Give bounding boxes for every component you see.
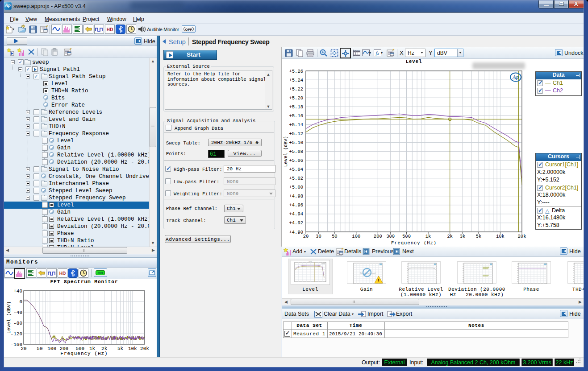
svg-text:Ap: Ap — [512, 74, 519, 80]
svg-text:+5.02: +5.02 — [289, 176, 303, 181]
svg-text:Frequency (Hz): Frequency (Hz) — [391, 240, 437, 246]
svg-text:10k: 10k — [128, 346, 137, 351]
svg-text:+5.04: +5.04 — [289, 167, 303, 172]
svg-text:+5.00: +5.00 — [289, 185, 303, 190]
svg-text:300: 300 — [386, 234, 395, 239]
svg-text:200: 200 — [374, 234, 382, 239]
svg-text:50: 50 — [332, 234, 338, 239]
svg-text:+5.20: +5.20 — [289, 95, 303, 101]
svg-text:No data avail: No data avail — [360, 272, 375, 275]
svg-text:+5.18: +5.18 — [289, 104, 303, 110]
svg-text:Level: Level — [309, 261, 312, 263]
svg-text:50: 50 — [37, 346, 42, 351]
svg-text:5k: 5k — [117, 346, 124, 351]
svg-text:+5.22: +5.22 — [289, 87, 303, 92]
svg-text:20: 20 — [21, 346, 26, 351]
svg-text:+5.16: +5.16 — [289, 113, 303, 119]
svg-text:HD: HD — [107, 27, 113, 32]
svg-text:+4.90: +4.90 — [289, 230, 303, 235]
svg-text:Level: Level — [406, 59, 422, 64]
svg-text:+5.10: +5.10 — [289, 140, 303, 145]
svg-text:100: 100 — [352, 234, 360, 239]
svg-text:+5.08: +5.08 — [289, 149, 303, 154]
svg-text:+4.96: +4.96 — [289, 202, 303, 208]
svg-text:+40: +40 — [13, 289, 22, 294]
svg-text:0: 0 — [19, 299, 22, 305]
svg-text:+5.14: +5.14 — [289, 122, 303, 128]
svg-text:2k: 2k — [447, 234, 453, 239]
svg-text:1k: 1k — [425, 234, 431, 239]
svg-text:10k: 10k — [496, 234, 505, 239]
svg-text:+4.94: +4.94 — [289, 211, 303, 217]
svg-text:20: 20 — [303, 234, 309, 239]
svg-text:30: 30 — [316, 234, 321, 239]
svg-text:+4.98: +4.98 — [289, 194, 303, 199]
svg-text:Frequency (Hz): Frequency (Hz) — [60, 351, 108, 356]
svg-text:20k: 20k — [140, 346, 149, 351]
svg-text:Level (dBV): Level (dBV) — [6, 301, 12, 334]
svg-text:-40: -40 — [13, 310, 22, 315]
svg-text:Level (dBV): Level (dBV) — [283, 136, 288, 167]
svg-text:HD: HD — [59, 271, 66, 276]
svg-text:fx: fx — [376, 50, 379, 56]
svg-text:3k: 3k — [460, 234, 466, 239]
svg-text:-80: -80 — [13, 321, 22, 326]
svg-text:5k: 5k — [476, 234, 482, 239]
svg-text:+4.92: +4.92 — [289, 220, 303, 226]
svg-text:100: 100 — [47, 346, 56, 351]
svg-text:+5.06: +5.06 — [289, 158, 303, 163]
svg-text:+5.26: +5.26 — [289, 69, 303, 74]
svg-text:+5.24: +5.24 — [289, 78, 303, 83]
svg-text:!: ! — [378, 278, 379, 283]
svg-text:+5.12: +5.12 — [289, 131, 303, 136]
svg-text:FFT Spectrum Monitor: FFT Spectrum Monitor — [50, 279, 118, 284]
svg-text:500: 500 — [402, 234, 411, 239]
svg-text:-120: -120 — [11, 331, 22, 337]
svg-text:20k: 20k — [518, 234, 526, 239]
